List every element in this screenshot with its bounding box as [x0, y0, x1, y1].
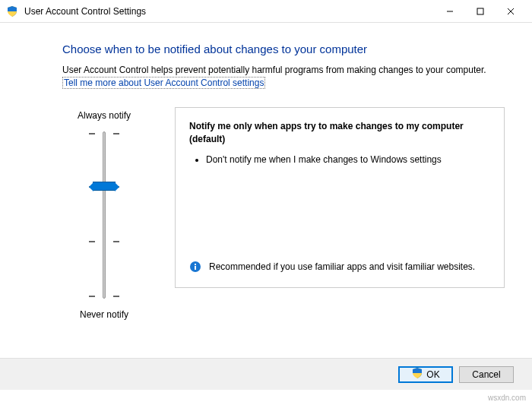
slider-tick [113, 133, 119, 134]
slider-label-bottom: Never notify [80, 309, 128, 320]
main-area: Always notify Never notify Notify me onl… [62, 107, 505, 323]
watermark: wsxdn.com [488, 394, 526, 402]
titlebar: User Account Control Settings [0, 0, 532, 23]
cancel-button[interactable]: Cancel [459, 366, 514, 383]
slider-tick [89, 133, 95, 134]
slider-track-line [103, 131, 106, 299]
minimize-button[interactable] [435, 1, 465, 22]
content-area: Choose when to be notified about changes… [0, 23, 532, 331]
svg-rect-1 [477, 8, 483, 14]
slider-tick [89, 241, 95, 242]
shield-icon [6, 5, 18, 17]
recommendation-text: Recommended if you use familiar apps and… [209, 261, 475, 277]
maximize-button[interactable] [465, 1, 496, 22]
ok-button-label: OK [426, 369, 439, 380]
setting-title: Notify me only when apps try to make cha… [189, 120, 490, 146]
slider-thumb[interactable] [93, 182, 116, 191]
slider-label-top: Always notify [78, 110, 131, 121]
svg-rect-6 [195, 264, 196, 265]
setting-bullet: Don't notify me when I make changes to W… [206, 153, 490, 166]
cancel-button-label: Cancel [472, 369, 500, 380]
page-heading: Choose when to be notified about changes… [62, 43, 505, 55]
slider-tick [89, 296, 95, 297]
slider-column: Always notify Never notify [62, 107, 146, 323]
window-controls [435, 1, 526, 22]
help-link[interactable]: Tell me more about User Account Control … [62, 77, 265, 89]
slider-tick [113, 296, 119, 297]
close-button[interactable] [496, 1, 526, 22]
svg-rect-5 [195, 266, 196, 270]
setting-info-box: Notify me only when apps try to make cha… [175, 107, 505, 288]
setting-bullets: Don't notify me when I make changes to W… [189, 153, 490, 166]
slider-tick [113, 241, 119, 242]
uac-slider[interactable] [81, 131, 127, 299]
recommendation-row: Recommended if you use familiar apps and… [189, 261, 490, 277]
footer-bar: OK Cancel [0, 358, 532, 390]
description-text: User Account Control helps prevent poten… [62, 65, 505, 75]
window-title: User Account Control Settings [24, 6, 435, 17]
ok-button[interactable]: OK [398, 366, 453, 383]
shield-icon [411, 367, 423, 381]
info-icon [189, 261, 201, 277]
